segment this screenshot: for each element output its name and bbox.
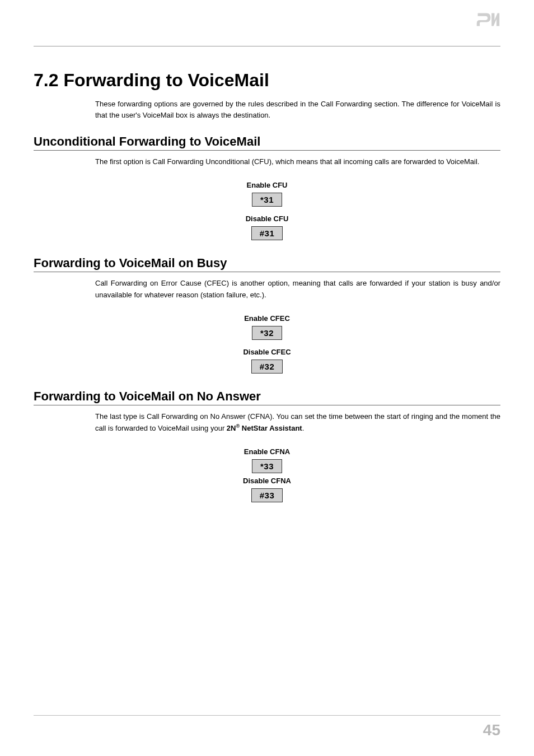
brand-text: 2N (227, 424, 236, 432)
brand-logo (476, 11, 500, 30)
page-number: 45 (483, 721, 500, 739)
code-label: Enable CFU (34, 181, 500, 189)
code-box: *33 (252, 459, 282, 473)
code-label: Disable CFU (34, 214, 500, 223)
code-box: *32 (252, 326, 282, 340)
code-group-cfec: Enable CFEC *32 Disable CFEC #32 (34, 314, 500, 374)
intro-paragraph: These forwarding options are governed by… (95, 99, 500, 121)
code-label: Enable CFNA (34, 447, 500, 456)
text-end: . (302, 424, 305, 432)
section-text-cfec: Call Forwarding on Error Cause (CFEC) is… (95, 278, 500, 300)
code-box: *31 (252, 193, 282, 207)
brand-name: 2N® NetStar Assistant (227, 424, 302, 432)
code-group-cfna: Enable CFNA *33 Disable CFNA #33 (34, 447, 500, 502)
code-box: #33 (251, 488, 283, 502)
footer-rule (34, 715, 500, 716)
section-heading-cfu: Unconditional Forwarding to VoiceMail (34, 134, 500, 151)
code-label: Disable CFEC (34, 348, 500, 356)
code-label: Enable CFEC (34, 314, 500, 323)
code-box: #32 (251, 360, 283, 374)
section-text-cfna: The last type is Call Forwarding on No A… (95, 411, 500, 435)
page-title: 7.2 Forwarding to VoiceMail (34, 70, 500, 91)
section-heading-cfec: Forwarding to VoiceMail on Busy (34, 256, 500, 272)
brand-product: NetStar Assistant (240, 424, 302, 432)
code-label: Disable CFNA (34, 477, 500, 485)
code-group-cfu: Enable CFU *31 Disable CFU #31 (34, 181, 500, 240)
header-rule (34, 46, 500, 46)
section-heading-cfna: Forwarding to VoiceMail on No Answer (34, 389, 500, 405)
code-box: #31 (251, 226, 283, 240)
section-text-cfu: The first option is Call Forwarding Unco… (95, 156, 500, 167)
